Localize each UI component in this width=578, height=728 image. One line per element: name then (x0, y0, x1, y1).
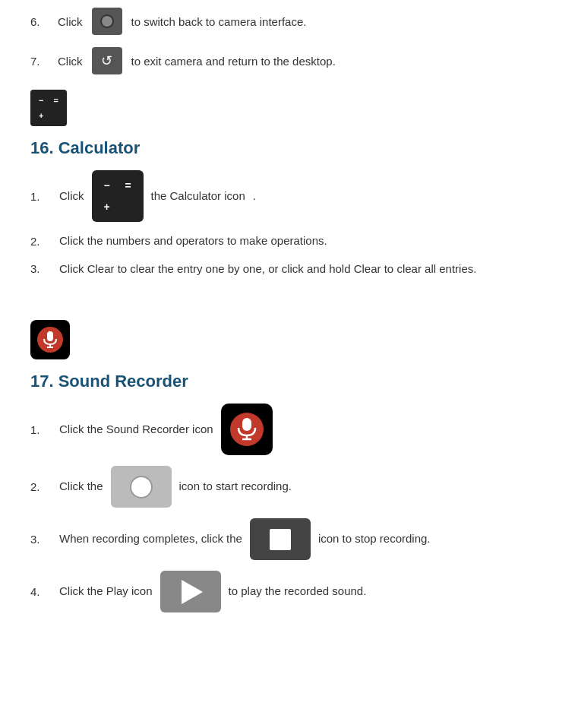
calculator-steps: 1. Click − = + the Calculator icon . 2. … (30, 170, 548, 277)
record-square (270, 529, 291, 550)
calculator-section-icon: − = + (30, 90, 548, 126)
mic-icon-small (30, 320, 70, 359)
calc-cell-plus: + (35, 109, 48, 122)
calc-lg-equals: = (119, 176, 137, 195)
step-7-before: Click (58, 55, 83, 68)
calc-step-3: 3. Click Clear to clear the entry one by… (30, 261, 548, 278)
sr-step-2: 2. Click the icon to start recording. (30, 466, 548, 508)
sr-step-num-3: 3. (30, 533, 52, 546)
camera-steps: 6. Click to switch back to camera interf… (30, 8, 548, 74)
sr-step-num-4: 4. (30, 585, 52, 598)
record-start-icon (111, 466, 172, 508)
sr-step-4-after: to play the recorded sound. (229, 583, 367, 600)
calc-step-2: 2. Click the numbers and operators to ma… (30, 233, 548, 250)
sr-step-1-before: Click the Sound Recorder icon (59, 421, 213, 438)
calc-icon-small: − = + (30, 90, 67, 126)
back-icon: ↺ (92, 47, 122, 74)
step-7-after: to exit camera and return to the desktop… (131, 55, 336, 68)
calc-lg-minus: − (98, 176, 116, 195)
calc-step-1-after: the Calculator icon (151, 188, 245, 205)
sr-step-3-after: icon to stop recording. (318, 530, 431, 548)
sr-step-2-after: icon to start recording. (179, 478, 292, 495)
calc-lg-empty (119, 198, 137, 216)
mic-icon-large (221, 404, 273, 455)
calc-cell-equals: = (50, 94, 63, 107)
svg-rect-0 (47, 331, 53, 341)
divider-1 (30, 291, 548, 306)
sr-step-num-2: 2. (30, 480, 52, 493)
calc-step-1: 1. Click − = + the Calculator icon . (30, 170, 548, 222)
svg-rect-3 (242, 418, 251, 431)
step-6-after: to switch back to camera interface. (131, 15, 307, 28)
camera-icon (92, 8, 122, 35)
sr-step-3-before: When recording completes, click the (59, 530, 242, 548)
sr-step-num-1: 1. (30, 423, 52, 436)
camera-lens (100, 14, 114, 28)
step-6-before: Click (58, 15, 83, 28)
sound-recorder-steps: 1. Click the Sound Recorder icon 2. Clic… (30, 404, 548, 612)
calc-step-1-suffix: . (253, 188, 256, 205)
calc-step-num-1: 1. (30, 190, 52, 203)
back-arrow-symbol: ↺ (101, 54, 112, 68)
calc-cell-minus: − (35, 94, 48, 107)
record-circle (130, 476, 153, 499)
calc-step-3-text: Click Clear to clear the entry one by on… (59, 261, 476, 278)
calc-step-1-before: Click (59, 188, 84, 205)
calc-step-num-2: 2. (30, 235, 52, 248)
calc-step-num-3: 3. (30, 262, 52, 275)
sound-recorder-heading: 17. Sound Recorder (30, 372, 548, 391)
calc-icon-large: − = + (92, 170, 144, 222)
calc-step-2-text: Click the numbers and operators to make … (59, 233, 327, 250)
step-6: 6. Click to switch back to camera interf… (30, 8, 548, 35)
play-icon (160, 571, 221, 612)
sr-step-2-before: Click the (59, 478, 103, 495)
play-triangle (182, 580, 203, 604)
sr-step-4: 4. Click the Play icon to play the recor… (30, 571, 548, 612)
step-num-6: 6. (30, 15, 49, 28)
sr-step-1: 1. Click the Sound Recorder icon (30, 404, 548, 455)
mic-inner-large (230, 413, 264, 446)
step-num-7: 7. (30, 55, 49, 68)
calc-cell-empty (50, 109, 63, 122)
sr-step-3: 3. When recording completes, click the i… (30, 518, 548, 560)
calculator-heading: 16. Calculator (30, 138, 548, 158)
step-7: 7. Click ↺ to exit camera and return to … (30, 47, 548, 74)
mic-inner-small (37, 327, 63, 353)
record-stop-icon (250, 518, 311, 560)
mic-svg-large (235, 417, 258, 442)
sound-recorder-section-icon (30, 320, 548, 359)
mic-svg-small (42, 331, 58, 349)
calc-lg-plus: + (98, 198, 116, 216)
sr-step-4-before: Click the Play icon (59, 583, 153, 600)
